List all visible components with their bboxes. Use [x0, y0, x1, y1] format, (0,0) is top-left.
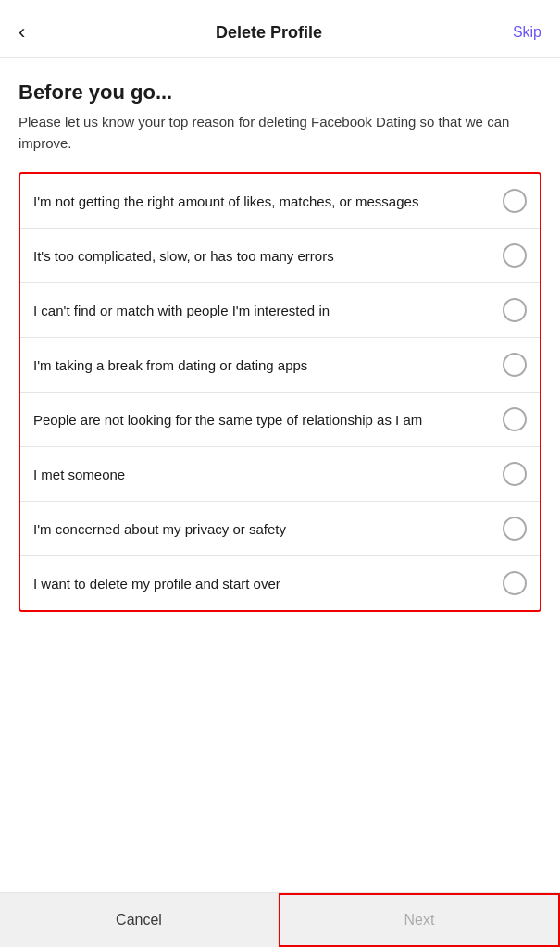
option-text: I'm concerned about my privacy or safety	[33, 519, 503, 539]
radio-button[interactable]	[503, 407, 527, 431]
main-content: Before you go... Please let us know your…	[0, 58, 560, 704]
option-text: I want to delete my profile and start ov…	[33, 574, 503, 593]
option-text: I'm taking a break from dating or dating…	[33, 355, 503, 375]
option-item[interactable]: I'm not getting the right amount of like…	[20, 174, 540, 229]
option-item[interactable]: I'm taking a break from dating or dating…	[20, 338, 540, 393]
option-text: It's too complicated, slow, or has too m…	[33, 246, 503, 266]
option-item[interactable]: I want to delete my profile and start ov…	[20, 556, 540, 610]
option-text: I'm not getting the right amount of like…	[33, 192, 503, 211]
option-text: I can't find or match with people I'm in…	[33, 301, 503, 320]
page-title: Delete Profile	[32, 23, 505, 43]
bottom-bar: Cancel Next	[0, 892, 560, 947]
bottom-spacer	[19, 612, 541, 686]
option-item[interactable]: I can't find or match with people I'm in…	[20, 283, 540, 338]
option-item[interactable]: I met someone	[20, 447, 540, 502]
skip-button[interactable]: Skip	[505, 20, 541, 44]
option-text: People are not looking for the same type…	[33, 410, 503, 430]
options-list: I'm not getting the right amount of like…	[19, 172, 541, 612]
option-item[interactable]: I'm concerned about my privacy or safety	[20, 502, 540, 556]
cancel-button[interactable]: Cancel	[0, 893, 279, 947]
option-text: I met someone	[33, 465, 503, 484]
radio-button[interactable]	[503, 189, 527, 213]
header: ‹ Delete Profile Skip	[0, 0, 560, 58]
radio-button[interactable]	[503, 243, 527, 268]
radio-button[interactable]	[503, 298, 527, 322]
option-item[interactable]: It's too complicated, slow, or has too m…	[20, 229, 540, 283]
option-item[interactable]: People are not looking for the same type…	[20, 393, 540, 447]
radio-button[interactable]	[503, 571, 527, 595]
radio-button[interactable]	[503, 462, 527, 486]
radio-button[interactable]	[503, 353, 527, 377]
next-button[interactable]: Next	[279, 893, 560, 947]
radio-button[interactable]	[503, 517, 527, 541]
intro-title: Before you go...	[19, 81, 541, 105]
back-button[interactable]: ‹	[19, 17, 32, 48]
intro-description: Please let us know your top reason for d…	[19, 112, 541, 154]
